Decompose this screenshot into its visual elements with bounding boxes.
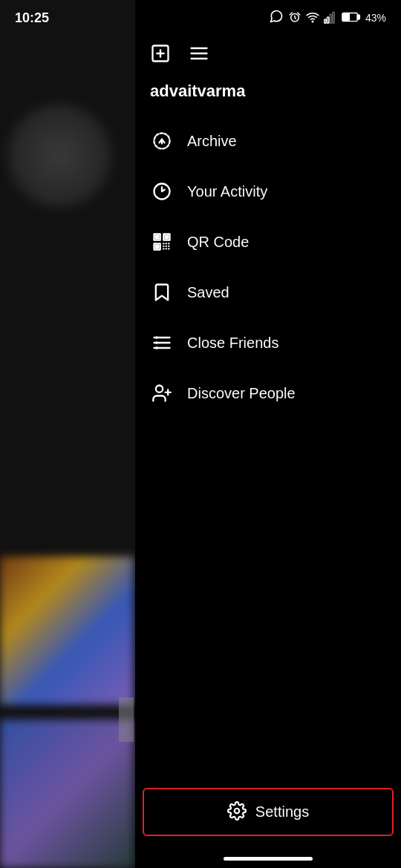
home-indicator [224, 857, 313, 861]
settings-label: Settings [255, 803, 309, 821]
svg-rect-5 [327, 17, 328, 23]
svg-rect-4 [325, 19, 326, 23]
activity-icon [150, 180, 174, 203]
add-post-button[interactable] [147, 40, 174, 67]
svg-point-41 [156, 386, 163, 392]
settings-icon [227, 801, 247, 823]
status-icons: 43% [269, 9, 386, 27]
svg-point-3 [312, 21, 313, 22]
discover-people-icon [150, 381, 174, 405]
archive-label: Archive [187, 133, 237, 150]
alarm-icon [288, 10, 301, 26]
username-section: advaitvarma [135, 74, 401, 116]
left-blurred-panel [0, 0, 135, 868]
whatsapp-icon [269, 9, 284, 27]
menu-item-archive[interactable]: Archive [135, 116, 401, 166]
svg-rect-24 [166, 236, 169, 239]
menu-item-qr-code[interactable]: QR Code [135, 217, 401, 267]
hamburger-menu-button[interactable] [186, 40, 212, 67]
settings-section: Settings [135, 788, 401, 851]
wifi-icon [306, 10, 319, 26]
menu-item-discover-people[interactable]: Discover People [135, 368, 401, 418]
menu-item-your-activity[interactable]: Your Activity [135, 166, 401, 217]
menu-list: Archive Your Activity [135, 116, 401, 788]
status-bar: 10:25 [0, 0, 401, 33]
close-friends-icon [150, 331, 174, 355]
qr-code-label: QR Code [187, 234, 249, 251]
your-activity-label: Your Activity [187, 183, 267, 200]
signal-icon [324, 10, 337, 26]
drawer-top-bar [135, 33, 401, 74]
status-time: 10:25 [15, 10, 49, 26]
svg-point-39 [155, 341, 158, 344]
settings-button[interactable]: Settings [143, 788, 394, 836]
svg-rect-23 [156, 236, 159, 239]
saved-icon [150, 280, 174, 304]
discover-people-label: Discover People [187, 385, 296, 402]
svg-rect-25 [156, 246, 159, 249]
svg-point-40 [155, 346, 158, 349]
svg-point-44 [235, 809, 240, 814]
svg-point-38 [155, 336, 158, 339]
username-label: advaitvarma [150, 82, 245, 100]
svg-rect-6 [330, 14, 331, 23]
close-friends-label: Close Friends [187, 335, 278, 352]
saved-label: Saved [187, 284, 229, 301]
svg-rect-7 [333, 12, 334, 23]
menu-item-close-friends[interactable]: Close Friends [135, 318, 401, 368]
menu-item-saved[interactable]: Saved [135, 267, 401, 318]
qr-code-icon [150, 230, 174, 254]
battery-icon [342, 12, 361, 24]
archive-icon [150, 129, 174, 153]
battery-percentage: 43% [365, 12, 386, 24]
svg-rect-9 [357, 15, 359, 19]
drawer-panel: advaitvarma Archive Your Activit [135, 0, 401, 868]
svg-rect-10 [343, 13, 349, 20]
